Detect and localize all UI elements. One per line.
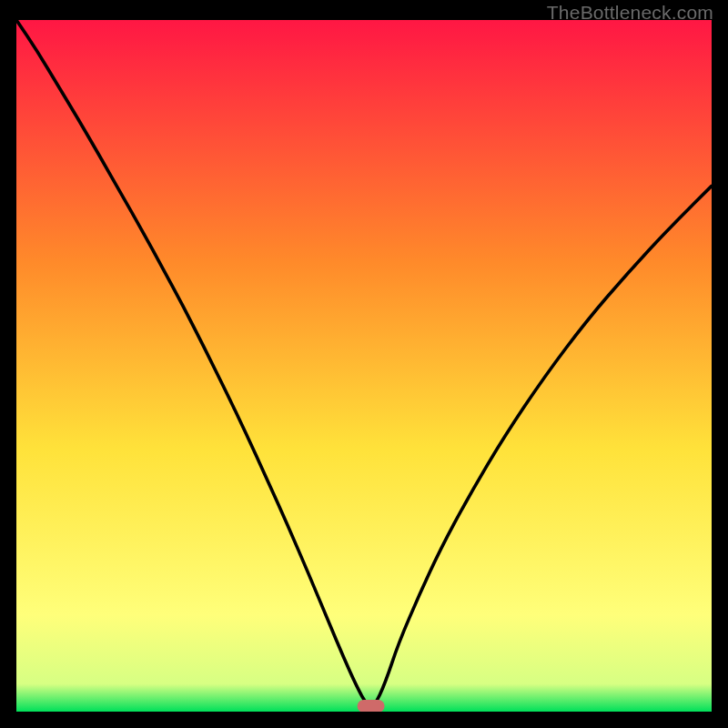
gradient-background	[16, 20, 712, 712]
watermark-text: TheBottleneck.com	[547, 2, 713, 24]
optimal-marker	[358, 700, 385, 712]
bottleneck-chart	[16, 20, 712, 712]
plot-area	[16, 20, 712, 712]
chart-stage: TheBottleneck.com	[0, 0, 728, 728]
